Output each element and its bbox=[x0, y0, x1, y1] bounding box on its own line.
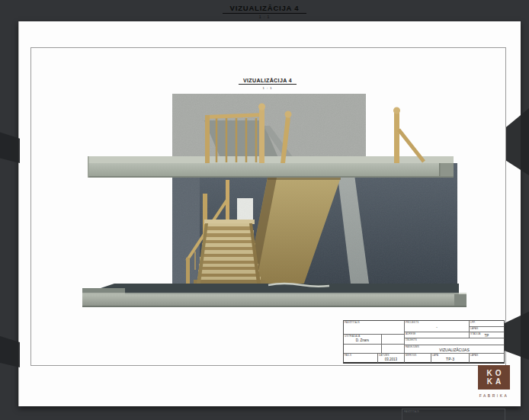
client-cell: PASŪTĪTĀJS bbox=[344, 321, 405, 335]
viewer-header-scale: 1 : 1 bbox=[0, 14, 529, 19]
author-extra-cell bbox=[382, 335, 405, 345]
next-sheet-client-label: PASŪTĪTĀJS bbox=[404, 410, 419, 413]
stage-cell: STADIJA TP bbox=[470, 332, 504, 338]
koka-logo: KO KA bbox=[478, 365, 510, 390]
drawing-frame bbox=[30, 47, 506, 366]
stage-value: TP bbox=[485, 334, 489, 338]
sheets-cell: LAPAS bbox=[470, 327, 504, 332]
edge-wedge-left-top bbox=[0, 128, 20, 163]
sheet-title-scale: 1 : 1 bbox=[30, 86, 505, 90]
sheet-title: VIZUALIZĀCIJA 4 1 : 1 bbox=[30, 72, 505, 90]
author-cell: IZSTRĀDĀJA D. Znars bbox=[344, 335, 382, 345]
empty-cell-b bbox=[382, 345, 405, 354]
file-cell: FAILS bbox=[344, 354, 378, 363]
empty-cell-a bbox=[344, 345, 382, 354]
sheets-count-cell: LAPAS bbox=[470, 354, 504, 363]
viewer-header-title: VIZUALIZĀCIJA 4 bbox=[223, 2, 307, 14]
sheet-title-text: VIZUALIZĀCIJA 4 bbox=[239, 78, 297, 85]
project-value: - bbox=[436, 325, 438, 329]
date-cell: DATUMS 03.2013 bbox=[378, 354, 405, 363]
author-value: D. Znars bbox=[356, 338, 369, 342]
drawing-value: VIZUALIZĀCIJAS bbox=[439, 348, 469, 352]
logo-line1: KO bbox=[487, 369, 505, 378]
title-block: PASŪTĪTĀJS IZSTRĀDĀJA D. Znars FAILS DAT… bbox=[343, 320, 505, 364]
logo-subtitle: FABRIKA bbox=[473, 393, 515, 398]
sheet-number-cell: LAPA TP-3 bbox=[431, 354, 470, 363]
sheet-number-value: TP-3 bbox=[446, 357, 454, 361]
viewer-header: VIZUALIZĀCIJA 4 1 : 1 bbox=[0, 0, 529, 19]
drawing-cell: RASĒJUMS VIZUALIZĀCIJAS bbox=[405, 345, 504, 354]
object-cell: OBJEKTS bbox=[405, 338, 504, 345]
address-cell: ADRESE bbox=[405, 332, 470, 338]
edge-wedge-left-bottom bbox=[0, 329, 20, 367]
next-sheet-outline: PASŪTĪTĀJS bbox=[402, 409, 505, 420]
page-cell: LPP. bbox=[470, 321, 504, 327]
scale-cell: MĒROGS bbox=[405, 354, 431, 363]
date-value: 03.2013 bbox=[385, 357, 397, 361]
logo-line2: KA bbox=[487, 377, 504, 386]
project-cell: PROJEKTS - bbox=[405, 321, 470, 332]
